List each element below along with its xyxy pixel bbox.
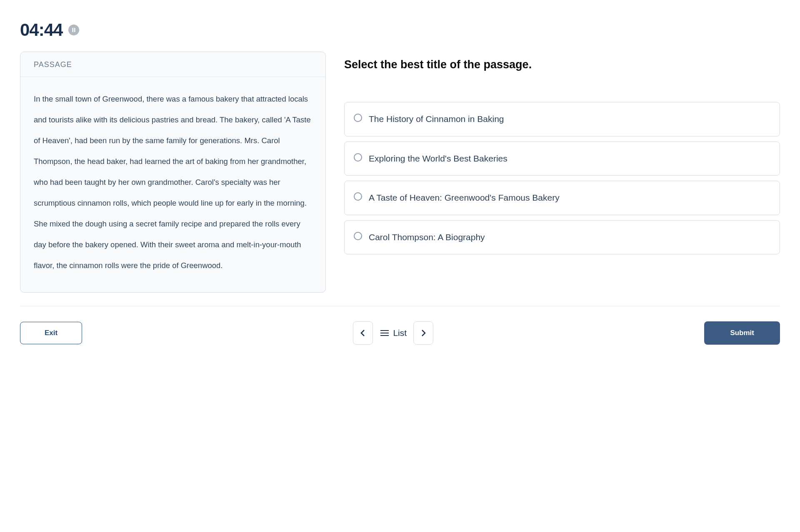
- divider: [20, 306, 780, 306]
- timer-row: 04:44: [20, 20, 780, 40]
- passage-panel: PASSAGE In the small town of Greenwood, …: [20, 52, 326, 293]
- pause-button[interactable]: [68, 25, 79, 35]
- radio-icon: [354, 192, 362, 201]
- next-button[interactable]: [413, 321, 433, 345]
- option-1[interactable]: Exploring the World's Best Bakeries: [344, 142, 780, 176]
- submit-button[interactable]: Submit: [704, 321, 780, 345]
- timer-display: 04:44: [20, 20, 62, 40]
- exit-button[interactable]: Exit: [20, 322, 82, 344]
- option-text: Carol Thompson: A Biography: [369, 231, 485, 244]
- passage-label: PASSAGE: [20, 52, 325, 77]
- radio-icon: [354, 114, 362, 122]
- question-text: Select the best title of the passage.: [344, 57, 780, 72]
- svg-rect-1: [74, 28, 75, 32]
- prev-button[interactable]: [353, 321, 373, 345]
- options-list: The History of Cinnamon in Baking Explor…: [344, 102, 780, 254]
- radio-icon: [354, 232, 362, 240]
- option-0[interactable]: The History of Cinnamon in Baking: [344, 102, 780, 137]
- option-3[interactable]: Carol Thompson: A Biography: [344, 220, 780, 255]
- svg-rect-0: [72, 28, 74, 32]
- chevron-left-icon: [359, 329, 367, 337]
- radio-icon: [354, 153, 362, 162]
- passage-text: In the small town of Greenwood, there wa…: [20, 77, 325, 292]
- footer: Exit List Submit: [20, 321, 780, 345]
- list-label: List: [393, 328, 407, 338]
- option-text: Exploring the World's Best Bakeries: [369, 152, 508, 166]
- option-text: The History of Cinnamon in Baking: [369, 112, 504, 126]
- nav-center: List: [353, 321, 433, 345]
- question-panel: Select the best title of the passage. Th…: [344, 52, 780, 293]
- option-text: A Taste of Heaven: Greenwood's Famous Ba…: [369, 191, 560, 205]
- pause-icon: [72, 28, 76, 32]
- list-button[interactable]: List: [380, 328, 407, 338]
- list-icon: [380, 329, 390, 337]
- main-content: PASSAGE In the small town of Greenwood, …: [20, 52, 780, 293]
- chevron-right-icon: [420, 329, 427, 337]
- option-2[interactable]: A Taste of Heaven: Greenwood's Famous Ba…: [344, 181, 780, 215]
